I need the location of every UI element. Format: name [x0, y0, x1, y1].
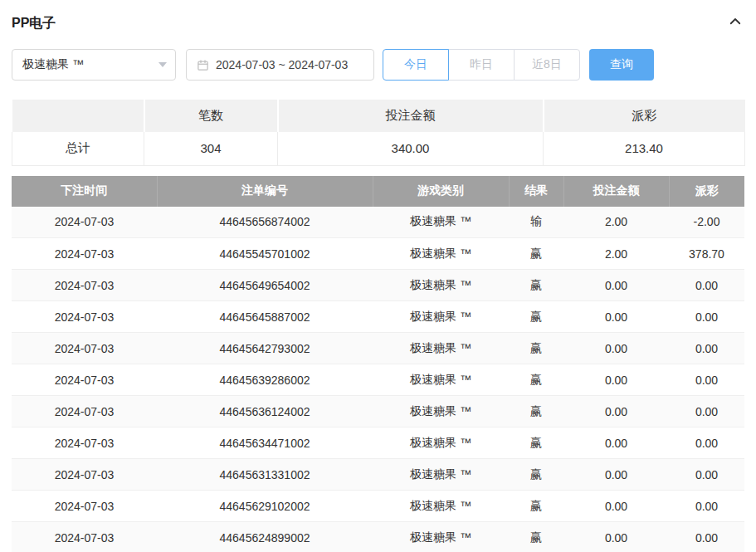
- cell-result: 赢: [509, 396, 563, 427]
- cell-game-type: 极速糖果 ™: [373, 364, 509, 396]
- cell-bet-amount: 2.00: [563, 238, 669, 270]
- bet-table-header-row: 下注时间 注单编号 游戏类别 结果 投注金额 派彩: [12, 176, 744, 207]
- panel-header: PP电子: [12, 10, 744, 37]
- cell-bet-id: 44645649654002: [157, 270, 373, 301]
- cell-bet-time: 2024-07-03: [12, 491, 157, 522]
- cell-bet-amount: 0.00: [563, 301, 669, 333]
- cell-result: 赢: [509, 364, 563, 396]
- cell-bet-time: 2024-07-03: [12, 364, 157, 396]
- game-select[interactable]: 极速糖果 ™: [12, 49, 176, 81]
- filter-bar: 极速糖果 ™ 2024-07-03 ~ 2024-07-03 今日 昨日 近8日…: [12, 48, 744, 81]
- summary-table: 笔数 投注金额 派彩 总计 304 340.00 213.40: [12, 100, 745, 166]
- cell-bet-amount: 0.00: [563, 427, 669, 459]
- cell-bet-time: 2024-07-03: [12, 238, 157, 270]
- cell-game-type: 极速糖果 ™: [373, 207, 509, 238]
- chevron-up-icon: [728, 14, 743, 32]
- summary-header-count: 笔数: [144, 100, 278, 132]
- header-bet-id: 注单编号: [157, 176, 373, 207]
- cell-bet-time: 2024-07-03: [12, 427, 157, 459]
- cell-bet-id: 44645636124002: [157, 396, 373, 427]
- cell-bet-amount: 0.00: [563, 491, 669, 522]
- cell-bet-amount: 0.00: [563, 396, 669, 427]
- cell-payout: 0.00: [669, 491, 744, 522]
- cell-game-type: 极速糖果 ™: [373, 491, 509, 522]
- header-result: 结果: [509, 176, 563, 207]
- collapse-panel-button[interactable]: [726, 12, 744, 34]
- cell-result: 赢: [509, 522, 563, 552]
- table-row: 2024-07-03 44645642793002 极速糖果 ™ 赢 0.00 …: [12, 333, 744, 364]
- cell-payout: 0.00: [669, 427, 744, 459]
- summary-total-count: 304: [144, 132, 278, 165]
- cell-payout: 0.00: [669, 333, 744, 364]
- header-bet-time: 下注时间: [12, 176, 157, 207]
- cell-result: 输: [509, 207, 563, 238]
- cell-payout: 378.70: [669, 238, 744, 270]
- cell-result: 赢: [509, 270, 563, 301]
- chevron-down-icon: [159, 62, 167, 67]
- bet-table-body: 2024-07-03 44645656874002 极速糖果 ™ 输 2.00 …: [12, 207, 744, 552]
- header-payout: 派彩: [669, 176, 744, 207]
- cell-bet-id: 44645624899002: [157, 522, 373, 552]
- cell-payout: 0.00: [669, 459, 744, 491]
- bet-records-table: 下注时间 注单编号 游戏类别 结果 投注金额 派彩 2024-07-03 446…: [12, 176, 744, 552]
- table-row: 2024-07-03 44645639286002 极速糖果 ™ 赢 0.00 …: [12, 364, 744, 396]
- cell-bet-amount: 0.00: [563, 459, 669, 491]
- game-select-value: 极速糖果 ™: [22, 57, 84, 72]
- table-row: 2024-07-03 44645636124002 极速糖果 ™ 赢 0.00 …: [12, 396, 744, 427]
- cell-bet-id: 44645631331002: [157, 459, 373, 491]
- cell-bet-id: 44645645887002: [157, 301, 373, 333]
- table-row: 2024-07-03 44645634471002 极速糖果 ™ 赢 0.00 …: [12, 427, 744, 459]
- cell-game-type: 极速糖果 ™: [373, 301, 509, 333]
- cell-bet-time: 2024-07-03: [12, 522, 157, 552]
- cell-bet-id: 44645634471002: [157, 427, 373, 459]
- summary-header-bet-amount: 投注金额: [278, 100, 544, 132]
- summary-total-payout: 213.40: [544, 132, 745, 165]
- table-row: 2024-07-03 44645656874002 极速糖果 ™ 输 2.00 …: [12, 207, 744, 238]
- cell-game-type: 极速糖果 ™: [373, 238, 509, 270]
- cell-bet-time: 2024-07-03: [12, 207, 157, 238]
- last-8-days-button[interactable]: 近8日: [514, 49, 580, 81]
- date-range-value: 2024-07-03 ~ 2024-07-03: [216, 58, 348, 71]
- cell-game-type: 极速糖果 ™: [373, 333, 509, 364]
- cell-game-type: 极速糖果 ™: [373, 522, 509, 552]
- today-button[interactable]: 今日: [383, 49, 449, 81]
- cell-result: 赢: [509, 427, 563, 459]
- cell-payout: 0.00: [669, 364, 744, 396]
- summary-header-payout: 派彩: [544, 100, 745, 132]
- yesterday-button[interactable]: 昨日: [448, 49, 515, 81]
- cell-bet-amount: 0.00: [563, 333, 669, 364]
- summary-total-label: 总计: [12, 132, 144, 165]
- cell-game-type: 极速糖果 ™: [373, 270, 509, 301]
- calendar-icon: [197, 59, 209, 71]
- cell-bet-id: 44645629102002: [157, 491, 373, 522]
- search-button[interactable]: 查询: [589, 49, 654, 81]
- table-row: 2024-07-03 44645631331002 极速糖果 ™ 赢 0.00 …: [12, 459, 744, 491]
- cell-bet-time: 2024-07-03: [12, 333, 157, 364]
- cell-bet-id: 44645545701002: [157, 238, 373, 270]
- cell-bet-amount: 0.00: [563, 522, 669, 552]
- cell-bet-id: 44645639286002: [157, 364, 373, 396]
- cell-result: 赢: [509, 459, 563, 491]
- header-bet-amount: 投注金额: [563, 176, 669, 207]
- cell-result: 赢: [509, 333, 563, 364]
- cell-bet-time: 2024-07-03: [12, 396, 157, 427]
- pp-electronic-panel: PP电子 极速糖果 ™ 2024-07-03 ~ 2024-07-03 今日 昨…: [0, 0, 756, 552]
- cell-result: 赢: [509, 301, 563, 333]
- date-range-input[interactable]: 2024-07-03 ~ 2024-07-03: [186, 49, 374, 81]
- cell-bet-time: 2024-07-03: [12, 270, 157, 301]
- cell-bet-time: 2024-07-03: [12, 459, 157, 491]
- cell-game-type: 极速糖果 ™: [373, 427, 509, 459]
- cell-bet-amount: 0.00: [563, 364, 669, 396]
- cell-payout: 0.00: [669, 396, 744, 427]
- summary-total-bet-amount: 340.00: [278, 132, 544, 165]
- cell-payout: -2.00: [669, 207, 744, 238]
- cell-payout: 0.00: [669, 522, 744, 552]
- cell-bet-id: 44645656874002: [157, 207, 373, 238]
- table-row: 2024-07-03 44645629102002 极速糖果 ™ 赢 0.00 …: [12, 491, 744, 522]
- panel-title: PP电子: [12, 15, 56, 32]
- summary-header-row: 笔数 投注金额 派彩: [12, 100, 745, 132]
- cell-game-type: 极速糖果 ™: [373, 459, 509, 491]
- cell-result: 赢: [509, 238, 563, 270]
- summary-header-empty: [12, 100, 144, 132]
- cell-payout: 0.00: [669, 270, 744, 301]
